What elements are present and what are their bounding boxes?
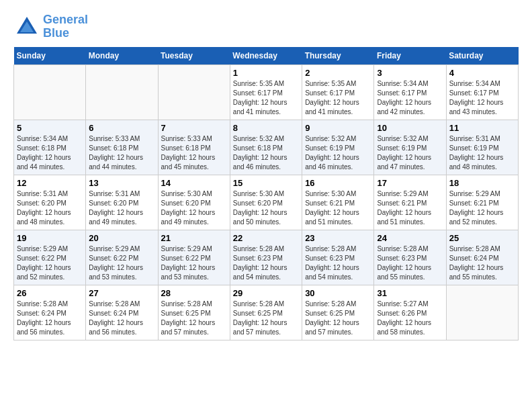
calendar-day: 4Sunrise: 5:34 AM Sunset: 6:17 PM Daylig…: [446, 65, 518, 120]
day-number: 23: [305, 233, 371, 243]
day-number: 11: [449, 123, 515, 133]
calendar-day: 2Sunrise: 5:35 AM Sunset: 6:17 PM Daylig…: [302, 65, 374, 120]
day-info: Sunrise: 5:31 AM Sunset: 6:20 PM Dayligh…: [17, 189, 83, 227]
day-number: 29: [233, 288, 299, 298]
logo-icon: [13, 13, 40, 40]
weekday-header: Monday: [86, 47, 158, 65]
day-info: Sunrise: 5:31 AM Sunset: 6:19 PM Dayligh…: [449, 134, 515, 172]
weekday-header: Thursday: [302, 47, 374, 65]
day-number: 14: [161, 178, 227, 188]
day-number: 22: [233, 233, 299, 243]
calendar-day: 29Sunrise: 5:28 AM Sunset: 6:25 PM Dayli…: [230, 285, 302, 340]
day-number: 27: [89, 288, 154, 298]
calendar-day: 18Sunrise: 5:29 AM Sunset: 6:21 PM Dayli…: [446, 175, 518, 230]
calendar-day: 19Sunrise: 5:29 AM Sunset: 6:22 PM Dayli…: [14, 230, 86, 285]
day-info: Sunrise: 5:28 AM Sunset: 6:23 PM Dayligh…: [377, 244, 443, 282]
day-number: 6: [89, 123, 154, 133]
day-info: Sunrise: 5:32 AM Sunset: 6:19 PM Dayligh…: [305, 134, 371, 172]
day-number: 17: [377, 178, 443, 188]
calendar-day: 26Sunrise: 5:28 AM Sunset: 6:24 PM Dayli…: [14, 285, 86, 340]
calendar-body: 1Sunrise: 5:35 AM Sunset: 6:17 PM Daylig…: [14, 65, 519, 340]
calendar-week: 26Sunrise: 5:28 AM Sunset: 6:24 PM Dayli…: [14, 285, 519, 340]
day-info: Sunrise: 5:35 AM Sunset: 6:17 PM Dayligh…: [233, 79, 299, 117]
day-info: Sunrise: 5:30 AM Sunset: 6:20 PM Dayligh…: [233, 189, 299, 227]
day-info: Sunrise: 5:29 AM Sunset: 6:21 PM Dayligh…: [377, 189, 443, 227]
day-info: Sunrise: 5:28 AM Sunset: 6:25 PM Dayligh…: [305, 300, 371, 337]
calendar-day: [86, 65, 158, 120]
day-info: Sunrise: 5:33 AM Sunset: 6:18 PM Dayligh…: [89, 134, 154, 172]
day-number: 15: [233, 178, 299, 188]
calendar-day: 30Sunrise: 5:28 AM Sunset: 6:25 PM Dayli…: [302, 285, 374, 340]
calendar-day: 8Sunrise: 5:32 AM Sunset: 6:18 PM Daylig…: [230, 120, 302, 175]
calendar-day: 31Sunrise: 5:27 AM Sunset: 6:26 PM Dayli…: [374, 285, 446, 340]
calendar-day: 17Sunrise: 5:29 AM Sunset: 6:21 PM Dayli…: [374, 175, 446, 230]
day-number: 3: [377, 68, 443, 78]
day-number: 12: [17, 178, 83, 188]
day-number: 4: [449, 68, 515, 78]
day-number: 28: [161, 288, 227, 298]
logo: General Blue: [13, 13, 88, 40]
calendar-day: 11Sunrise: 5:31 AM Sunset: 6:19 PM Dayli…: [446, 120, 518, 175]
day-number: 21: [161, 233, 227, 243]
day-info: Sunrise: 5:34 AM Sunset: 6:17 PM Dayligh…: [377, 79, 443, 117]
day-number: 10: [377, 123, 443, 133]
day-info: Sunrise: 5:30 AM Sunset: 6:21 PM Dayligh…: [305, 189, 371, 227]
day-info: Sunrise: 5:28 AM Sunset: 6:24 PM Dayligh…: [449, 244, 515, 282]
weekday-header: Sunday: [14, 47, 86, 65]
day-info: Sunrise: 5:31 AM Sunset: 6:20 PM Dayligh…: [89, 189, 154, 227]
calendar-day: 5Sunrise: 5:34 AM Sunset: 6:18 PM Daylig…: [14, 120, 86, 175]
day-number: 18: [449, 178, 515, 188]
day-number: 25: [449, 233, 515, 243]
day-number: 2: [305, 68, 371, 78]
calendar-day: 28Sunrise: 5:28 AM Sunset: 6:25 PM Dayli…: [158, 285, 230, 340]
calendar-day: 13Sunrise: 5:31 AM Sunset: 6:20 PM Dayli…: [86, 175, 158, 230]
weekday-header: Saturday: [446, 47, 518, 65]
day-number: 30: [305, 288, 371, 298]
weekday-header: Tuesday: [158, 47, 230, 65]
calendar-day: 23Sunrise: 5:28 AM Sunset: 6:23 PM Dayli…: [302, 230, 374, 285]
calendar-week: 12Sunrise: 5:31 AM Sunset: 6:20 PM Dayli…: [14, 175, 519, 230]
day-info: Sunrise: 5:34 AM Sunset: 6:18 PM Dayligh…: [17, 134, 83, 172]
day-info: Sunrise: 5:34 AM Sunset: 6:17 PM Dayligh…: [449, 79, 515, 117]
calendar-day: 10Sunrise: 5:32 AM Sunset: 6:19 PM Dayli…: [374, 120, 446, 175]
calendar-day: 16Sunrise: 5:30 AM Sunset: 6:21 PM Dayli…: [302, 175, 374, 230]
day-number: 31: [377, 288, 443, 298]
day-number: 1: [233, 68, 299, 78]
page-header: General Blue: [13, 13, 519, 40]
day-number: 24: [377, 233, 443, 243]
weekday-header: Friday: [374, 47, 446, 65]
calendar-day: 7Sunrise: 5:33 AM Sunset: 6:18 PM Daylig…: [158, 120, 230, 175]
calendar-day: 24Sunrise: 5:28 AM Sunset: 6:23 PM Dayli…: [374, 230, 446, 285]
day-info: Sunrise: 5:33 AM Sunset: 6:18 PM Dayligh…: [161, 134, 227, 172]
calendar-header: SundayMondayTuesdayWednesdayThursdayFrid…: [14, 47, 519, 65]
calendar-day: [158, 65, 230, 120]
day-info: Sunrise: 5:32 AM Sunset: 6:18 PM Dayligh…: [233, 134, 299, 172]
day-info: Sunrise: 5:29 AM Sunset: 6:22 PM Dayligh…: [89, 244, 154, 282]
calendar-day: 1Sunrise: 5:35 AM Sunset: 6:17 PM Daylig…: [230, 65, 302, 120]
calendar-day: 21Sunrise: 5:29 AM Sunset: 6:22 PM Dayli…: [158, 230, 230, 285]
calendar-week: 19Sunrise: 5:29 AM Sunset: 6:22 PM Dayli…: [14, 230, 519, 285]
day-number: 16: [305, 178, 371, 188]
day-info: Sunrise: 5:35 AM Sunset: 6:17 PM Dayligh…: [305, 79, 371, 117]
day-info: Sunrise: 5:32 AM Sunset: 6:19 PM Dayligh…: [377, 134, 443, 172]
calendar-day: 27Sunrise: 5:28 AM Sunset: 6:24 PM Dayli…: [86, 285, 158, 340]
calendar-day: 12Sunrise: 5:31 AM Sunset: 6:20 PM Dayli…: [14, 175, 86, 230]
calendar-day: [14, 65, 86, 120]
calendar-day: 22Sunrise: 5:28 AM Sunset: 6:23 PM Dayli…: [230, 230, 302, 285]
calendar-day: 15Sunrise: 5:30 AM Sunset: 6:20 PM Dayli…: [230, 175, 302, 230]
day-number: 26: [17, 288, 83, 298]
day-number: 7: [161, 123, 227, 133]
day-info: Sunrise: 5:28 AM Sunset: 6:25 PM Dayligh…: [161, 300, 227, 337]
calendar-week: 1Sunrise: 5:35 AM Sunset: 6:17 PM Daylig…: [14, 65, 519, 120]
calendar-day: 3Sunrise: 5:34 AM Sunset: 6:17 PM Daylig…: [374, 65, 446, 120]
calendar-day: 20Sunrise: 5:29 AM Sunset: 6:22 PM Dayli…: [86, 230, 158, 285]
day-info: Sunrise: 5:29 AM Sunset: 6:22 PM Dayligh…: [161, 244, 227, 282]
calendar-day: [446, 285, 518, 340]
calendar-table: SundayMondayTuesdayWednesdayThursdayFrid…: [13, 47, 519, 340]
day-info: Sunrise: 5:29 AM Sunset: 6:22 PM Dayligh…: [17, 244, 83, 282]
day-number: 20: [89, 233, 154, 243]
day-number: 5: [17, 123, 83, 133]
calendar-day: 25Sunrise: 5:28 AM Sunset: 6:24 PM Dayli…: [446, 230, 518, 285]
day-info: Sunrise: 5:28 AM Sunset: 6:23 PM Dayligh…: [233, 244, 299, 282]
day-info: Sunrise: 5:28 AM Sunset: 6:24 PM Dayligh…: [17, 300, 83, 337]
